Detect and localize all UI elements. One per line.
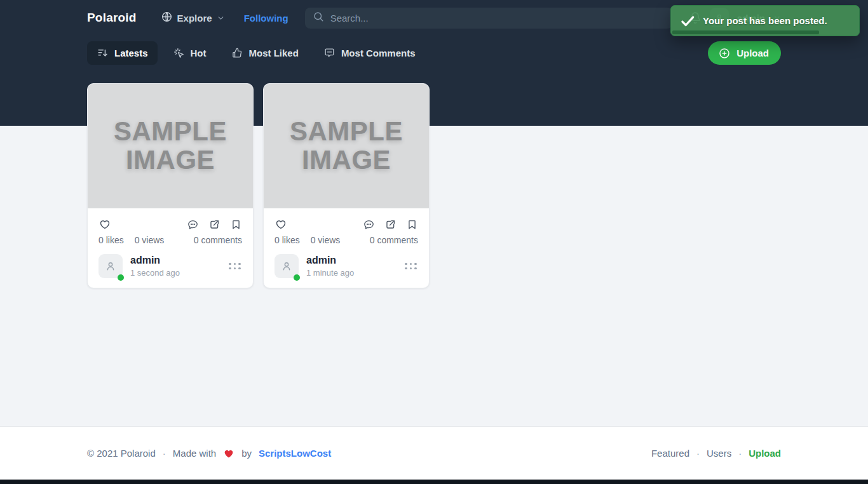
nav-following-link[interactable]: Following	[244, 13, 288, 24]
footer-separator: ·	[163, 448, 166, 459]
person-icon	[104, 260, 117, 272]
post-timestamp: 1 second ago	[130, 268, 180, 278]
toast-notification[interactable]: Your post has been posted.	[670, 5, 860, 36]
upload-button[interactable]: Upload	[708, 41, 781, 65]
globe-icon	[161, 11, 173, 25]
tab-most-liked-label: Most Liked	[249, 48, 299, 58]
search-bar[interactable]	[305, 8, 672, 29]
tab-most-liked[interactable]: Most Liked	[222, 41, 308, 65]
post-card-body: 0 likes 0 views 0 comments admin 1 minut…	[264, 208, 429, 288]
comment-square-icon	[323, 47, 336, 59]
chevron-down-icon	[217, 14, 225, 22]
tab-most-comments[interactable]: Most Comments	[314, 41, 425, 65]
tab-hot-label: Hot	[191, 48, 207, 58]
heart-icon	[223, 448, 234, 459]
nav-explore-menu[interactable]: Explore	[161, 11, 225, 25]
tab-latests[interactable]: Latests	[87, 41, 158, 65]
post-image[interactable]: SAMPLE IMAGE	[264, 84, 429, 208]
post-image-placeholder-text: SAMPLE IMAGE	[107, 118, 234, 174]
author-avatar[interactable]	[98, 254, 123, 278]
post-card: SAMPLE IMAGE	[263, 83, 430, 288]
tab-most-comments-label: Most Comments	[341, 48, 416, 58]
footer-separator: ·	[738, 448, 742, 459]
author-username[interactable]: admin	[306, 255, 354, 266]
likes-count: 0 likes	[98, 235, 124, 245]
post-image-placeholder-text: SAMPLE IMAGE	[283, 118, 410, 174]
online-status-dot	[118, 274, 124, 281]
more-options-icon[interactable]	[227, 259, 242, 274]
tab-latests-label: Latests	[114, 48, 148, 58]
nav-explore-label: Explore	[177, 13, 212, 24]
click-icon	[173, 47, 185, 59]
views-count: 0 views	[135, 235, 165, 245]
author-username[interactable]: admin	[130, 255, 180, 266]
toast-progress	[672, 30, 819, 34]
like-heart-icon[interactable]	[98, 218, 111, 231]
sort-desc-icon	[97, 47, 109, 59]
bookmark-icon[interactable]	[406, 218, 418, 231]
likes-count: 0 likes	[275, 235, 300, 245]
post-card: SAMPLE IMAGE	[87, 83, 254, 288]
thumbs-up-icon	[231, 47, 243, 59]
brand-logo[interactable]: Polaroid	[87, 11, 137, 25]
post-timestamp: 1 minute ago	[306, 268, 354, 278]
post-card-body: 0 likes 0 views 0 comments admin 1 secon…	[88, 208, 253, 288]
more-options-icon[interactable]	[403, 259, 418, 274]
footer-copyright: © 2021 Polaroid	[87, 448, 156, 459]
filter-toolbar: Latests Hot Most Liked Most Comments Upl…	[87, 41, 781, 65]
comments-icon[interactable]	[187, 218, 199, 231]
online-status-dot	[294, 274, 300, 281]
upload-button-label: Upload	[736, 48, 769, 58]
tab-hot[interactable]: Hot	[163, 41, 216, 65]
post-author-row: admin 1 second ago	[98, 254, 242, 278]
search-icon	[313, 11, 324, 25]
bottom-bar	[0, 480, 868, 484]
footer-link-upload[interactable]: Upload	[749, 448, 781, 459]
author-avatar[interactable]	[275, 254, 299, 278]
share-external-link-icon[interactable]	[384, 218, 397, 231]
search-input[interactable]	[330, 13, 665, 24]
main-content: SAMPLE IMAGE	[0, 126, 868, 427]
views-count: 0 views	[311, 235, 341, 245]
toast-message: Your post has been posted.	[703, 15, 827, 26]
share-external-link-icon[interactable]	[208, 218, 220, 231]
check-icon	[679, 13, 696, 29]
post-image[interactable]: SAMPLE IMAGE	[88, 84, 253, 208]
footer-separator: ·	[696, 448, 700, 459]
post-grid: SAMPLE IMAGE	[87, 83, 781, 288]
footer-link-featured[interactable]: Featured	[651, 448, 689, 459]
bookmark-icon[interactable]	[230, 218, 242, 231]
footer-credit-link[interactable]: ScriptsLowCost	[259, 448, 331, 459]
comments-count: 0 comments	[370, 235, 418, 245]
footer-by: by	[241, 448, 252, 459]
post-author-row: admin 1 minute ago	[275, 254, 418, 278]
comments-icon[interactable]	[363, 218, 375, 231]
footer-made-with: Made with	[173, 448, 216, 459]
footer-link-users[interactable]: Users	[707, 448, 731, 459]
like-heart-icon[interactable]	[275, 218, 287, 231]
person-icon	[280, 260, 293, 272]
plus-circle-icon	[718, 47, 731, 60]
comments-count: 0 comments	[194, 235, 242, 245]
footer: © 2021 Polaroid · Made with by ScriptsLo…	[0, 427, 868, 480]
